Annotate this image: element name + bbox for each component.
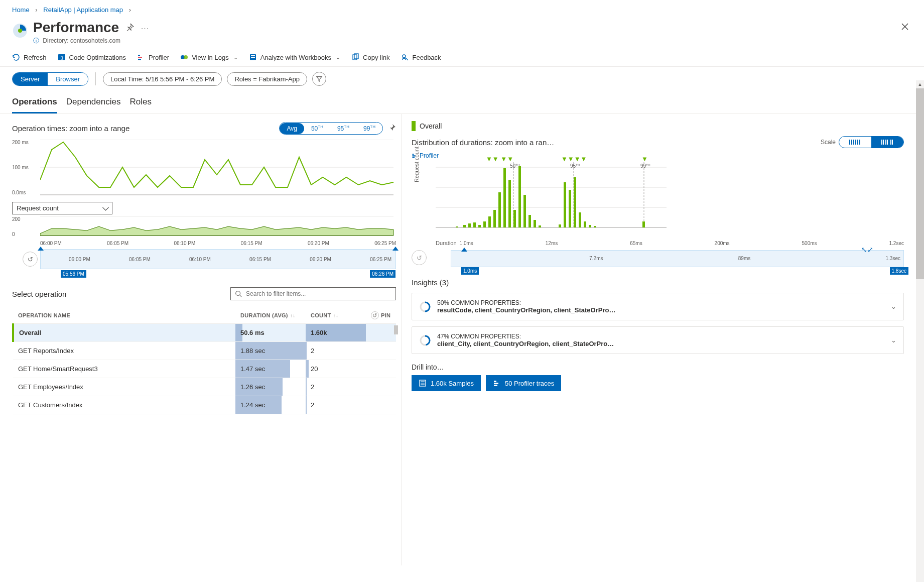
slider-tick: 06:10 PM	[189, 257, 211, 262]
profiler-button[interactable]: Profiler	[137, 53, 169, 61]
svg-rect-56	[574, 177, 576, 227]
scroll-thumb[interactable]	[916, 88, 924, 279]
breadcrumb-home[interactable]: Home	[12, 6, 30, 14]
sort-icon: ↑↓	[290, 313, 296, 318]
slider-tick: 06:25 PM	[370, 257, 391, 262]
aggregation-toggle[interactable]: Avg 50TH 95TH 99TH	[279, 122, 383, 135]
pin-cell[interactable]	[366, 342, 396, 360]
toolbar-label: View in Logs	[192, 54, 228, 61]
col-pin: ↺PIN	[366, 307, 396, 324]
svg-rect-59	[589, 225, 591, 227]
col-operation-name[interactable]: OPERATION NAME	[13, 307, 235, 324]
operation-times-chart[interactable]	[40, 140, 402, 200]
chevron-down-icon: ⌄	[233, 54, 238, 61]
metric-dropdown[interactable]: Request count	[12, 202, 112, 214]
slider-start-label: 05:56 PM	[61, 270, 86, 278]
histogram-slider[interactable]: 7.2ms 89ms 1.3sec ⤡⤢ 1.0ms 1.8sec	[451, 250, 904, 267]
insight-donut-icon	[419, 301, 431, 313]
time-range-chip[interactable]: Local Time: 5/16 5:56 PM - 6:26 PM	[103, 72, 222, 86]
agg-avg[interactable]: Avg	[280, 123, 304, 134]
samples-button[interactable]: 1.60k Samples	[412, 375, 481, 391]
hist-reset-icon[interactable]: ↺	[412, 250, 427, 265]
duration-histogram[interactable]: 150 100 50 0	[436, 162, 667, 238]
slider-handle-left[interactable]	[38, 247, 44, 251]
pin-cell[interactable]	[366, 360, 396, 378]
col-duration[interactable]: DURATION (AVG)↑↓	[235, 307, 306, 324]
close-button[interactable]	[898, 20, 912, 34]
pin-chart-icon[interactable]	[388, 124, 396, 133]
pin-cell[interactable]	[366, 396, 396, 414]
scale-toggle[interactable]	[839, 136, 904, 148]
x-tick: 06:20 PM	[308, 241, 329, 246]
profiler-traces-button[interactable]: 50 Profiler traces	[486, 375, 561, 391]
slider-tick: 06:20 PM	[310, 257, 331, 262]
pin-cell[interactable]	[366, 324, 396, 342]
insight-body: resultCode, client_CountryOrRegion, clie…	[437, 306, 885, 314]
y-tick: 100 ms	[12, 165, 29, 170]
more-icon[interactable]: ···	[141, 24, 150, 32]
server-pill[interactable]: Server	[13, 73, 48, 85]
copy-icon	[351, 53, 359, 61]
x-tick: 06:25 PM	[374, 241, 396, 246]
table-row[interactable]: Overall50.6 ms1.60k	[13, 324, 396, 342]
browser-pill[interactable]: Browser	[48, 73, 88, 85]
agg-p50[interactable]: 50TH	[304, 123, 330, 134]
hist-x-tick: 1.0ms	[460, 241, 473, 246]
profiler-marker: ▼▼ ▼▼	[486, 155, 513, 163]
scroll-up-icon[interactable]: ▲	[916, 80, 924, 88]
svg-rect-58	[584, 221, 586, 227]
operation-times-title: Operation times: zoom into a range	[12, 124, 129, 133]
profiler-marker: ▼	[641, 155, 648, 163]
table-row[interactable]: GET Employees/Index1.26 sec2	[13, 378, 396, 396]
agg-p95[interactable]: 95TH	[330, 123, 356, 134]
time-range-slider[interactable]: ↺ 06:00 PM 06:05 PM 06:10 PM 06:15 PM 06…	[40, 249, 396, 269]
search-input[interactable]	[245, 290, 391, 298]
hist-slider-end: 1.8sec	[890, 267, 908, 275]
tab-operations[interactable]: Operations	[12, 97, 57, 113]
pin-cell[interactable]	[366, 378, 396, 396]
col-count[interactable]: COUNT↑↓	[306, 307, 366, 324]
svg-rect-48	[518, 166, 521, 227]
scale-linear[interactable]	[839, 137, 871, 148]
tab-dependencies[interactable]: Dependencies	[66, 97, 121, 113]
svg-rect-57	[579, 212, 581, 227]
operation-search[interactable]	[230, 287, 396, 300]
table-row[interactable]: GET Home/SmartRequest31.47 sec20	[13, 360, 396, 378]
svg-rect-71	[494, 383, 498, 384]
reset-zoom-icon[interactable]: ↺	[23, 252, 38, 267]
svg-rect-10	[251, 55, 255, 56]
scale-log[interactable]	[871, 137, 903, 148]
request-count-chart[interactable]	[40, 216, 402, 239]
duration-cell: 50.6 ms	[235, 324, 306, 342]
feedback-button[interactable]: Feedback	[401, 53, 441, 61]
svg-rect-45	[503, 168, 506, 227]
agg-p99[interactable]: 99TH	[356, 123, 382, 134]
table-row[interactable]: GET Reports/Index1.88 sec2	[13, 342, 396, 360]
insight-card[interactable]: 47% COMMON PROPERTIES:client_City, clien…	[412, 326, 904, 354]
view-in-logs-button[interactable]: View in Logs ⌄	[180, 53, 237, 61]
table-scroll-up-icon[interactable]	[394, 325, 398, 334]
slider-tick: 06:00 PM	[69, 257, 90, 262]
server-browser-toggle[interactable]: Server Browser	[12, 72, 88, 86]
table-row[interactable]: GET Customers/Index1.24 sec2	[13, 396, 396, 414]
hist-handle-left[interactable]	[461, 248, 467, 252]
code-optimizations-button[interactable]: {} Code Optimizations	[58, 53, 126, 61]
refresh-button[interactable]: Refresh	[12, 53, 47, 61]
page-scrollbar[interactable]: ▲	[916, 80, 924, 582]
analyze-workbooks-button[interactable]: Analyze with Workbooks ⌄	[249, 53, 340, 61]
svg-rect-42	[488, 216, 491, 227]
button-label: 1.60k Samples	[431, 380, 474, 387]
breadcrumb-appmap[interactable]: RetailApp | Application map	[43, 6, 123, 14]
roles-filter-chip[interactable]: Roles = Fabrikam-App	[227, 72, 307, 86]
svg-rect-46	[508, 180, 511, 227]
slider-handle-right[interactable]	[392, 247, 399, 251]
tab-roles[interactable]: Roles	[129, 97, 151, 113]
op-name-cell: GET Customers/Index	[13, 396, 235, 414]
pin-page-icon[interactable]	[126, 23, 134, 33]
add-filter-button[interactable]	[312, 72, 326, 86]
count-cell: 2	[306, 396, 366, 414]
insight-card[interactable]: 50% COMMON PROPERTIES:resultCode, client…	[412, 293, 904, 320]
copy-link-button[interactable]: Copy link	[351, 53, 389, 61]
collapse-icon[interactable]: ⤡⤢	[861, 246, 873, 254]
hist-x-tick: 12ms	[546, 241, 558, 246]
